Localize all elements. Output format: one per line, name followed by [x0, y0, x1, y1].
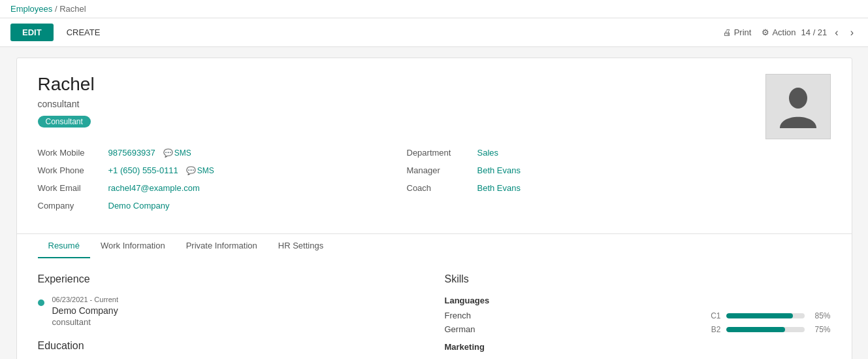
- manager-row: Manager Beth Evans: [407, 163, 750, 177]
- printer-icon: 🖨: [723, 27, 731, 37]
- timeline-dot: [38, 299, 44, 306]
- skill-level-french: C1: [707, 311, 721, 320]
- prev-record-button[interactable]: ‹: [831, 26, 842, 40]
- department-row: Department Sales: [407, 146, 750, 160]
- employee-job-title: consultant: [38, 99, 750, 109]
- sms-mobile-link[interactable]: 💬 SMS: [163, 148, 191, 158]
- education-title: Education: [38, 340, 424, 352]
- work-email-row: Work Email rachel47@example.com: [38, 181, 381, 195]
- tabs-bar: Resumé Work Information Private Informat…: [17, 233, 852, 258]
- skill-name-french: French: [445, 311, 701, 320]
- work-mobile-label: Work Mobile: [38, 148, 103, 158]
- skill-row-german: German B2 75%: [445, 324, 831, 334]
- toolbar-center-actions: 🖨 Print ⚙ Action: [723, 27, 796, 37]
- breadcrumb-parent[interactable]: Employees: [10, 4, 52, 14]
- employee-info: Rachel consultant Consultant Work Mobile…: [38, 74, 750, 213]
- chat-icon-2: 💬: [186, 166, 196, 175]
- manager-value: Beth Evans: [477, 165, 521, 175]
- employee-tag: Consultant: [38, 116, 91, 128]
- work-email-label: Work Email: [38, 183, 103, 193]
- avatar-silhouette: [779, 84, 818, 129]
- coach-label: Coach: [407, 183, 472, 193]
- manager-label: Manager: [407, 165, 472, 175]
- avatar: [765, 74, 831, 139]
- company-value: Demo Company: [108, 201, 170, 211]
- create-button[interactable]: CREATE: [59, 24, 108, 41]
- experience-item-0: 06/23/2021 - Current Demo Company consul…: [38, 296, 424, 327]
- skill-category-languages: Languages: [445, 296, 831, 305]
- skill-bar-fill-french: [726, 313, 793, 318]
- resume-left: Experience 06/23/2021 - Current Demo Com…: [38, 273, 424, 359]
- skill-bar-bg-french: [726, 313, 805, 318]
- edit-button[interactable]: EDIT: [10, 24, 54, 41]
- tab-hr-settings[interactable]: HR Settings: [268, 234, 334, 258]
- employee-header: Rachel consultant Consultant Work Mobile…: [17, 58, 852, 223]
- company-row: Company Demo Company: [38, 199, 381, 213]
- experience-details: 06/23/2021 - Current Demo Company consul…: [52, 296, 119, 327]
- nav-count: 14 / 21: [801, 27, 828, 37]
- breadcrumb-separator: /: [55, 4, 57, 14]
- skill-pct-french: 85%: [810, 311, 831, 320]
- coach-value: Beth Evans: [477, 183, 521, 193]
- gear-icon: ⚙: [762, 27, 769, 37]
- coach-row: Coach Beth Evans: [407, 181, 750, 195]
- skill-category-marketing: Marketing: [445, 342, 831, 352]
- tab-resume[interactable]: Resumé: [38, 234, 90, 258]
- print-link[interactable]: 🖨 Print: [723, 27, 752, 37]
- experience-company: Demo Company: [52, 305, 119, 316]
- toolbar: EDIT CREATE 🖨 Print ⚙ Action 14 / 21 ‹ ›: [0, 18, 868, 47]
- tab-private-information[interactable]: Private Information: [176, 234, 268, 258]
- skill-row-french: French C1 85%: [445, 311, 831, 320]
- breadcrumb: Employees / Rachel: [0, 0, 868, 18]
- experience-role: consultant: [52, 317, 119, 327]
- resume-right: Skills Languages French C1 85% German B2…: [445, 273, 831, 359]
- skill-level-german: B2: [707, 325, 721, 334]
- record-nav: 14 / 21 ‹ ›: [801, 26, 858, 40]
- work-phone-row: Work Phone +1 (650) 555-0111 💬 SMS: [38, 163, 381, 177]
- skill-pct-german: 75%: [810, 325, 831, 334]
- contact-grid: Work Mobile 9875693937 💬 SMS Department …: [38, 146, 750, 213]
- tab-content-resume: Experience 06/23/2021 - Current Demo Com…: [17, 258, 852, 359]
- work-mobile-value: 9875693937: [108, 148, 155, 158]
- employee-name: Rachel: [38, 74, 750, 95]
- experience-date: 06/23/2021 - Current: [52, 296, 119, 303]
- skills-title: Skills: [445, 273, 831, 285]
- department-value: Sales: [477, 148, 499, 158]
- breadcrumb-current: Rachel: [59, 4, 86, 14]
- skill-bar-fill-german: [726, 327, 785, 332]
- employee-card: Rachel consultant Consultant Work Mobile…: [16, 58, 852, 359]
- work-phone-value: +1 (650) 555-0111: [108, 165, 178, 175]
- work-mobile-row: Work Mobile 9875693937 💬 SMS: [38, 146, 381, 160]
- tab-work-information[interactable]: Work Information: [90, 234, 176, 258]
- skill-name-german: German: [445, 324, 701, 334]
- experience-title: Experience: [38, 273, 424, 285]
- department-label: Department: [407, 148, 472, 158]
- skill-bar-bg-german: [726, 327, 805, 332]
- sms-phone-link[interactable]: 💬 SMS: [186, 166, 214, 175]
- work-phone-label: Work Phone: [38, 165, 103, 175]
- svg-point-0: [789, 88, 807, 109]
- chat-icon: 💬: [163, 148, 173, 158]
- work-email-value: rachel47@example.com: [108, 183, 200, 193]
- action-link[interactable]: ⚙ Action: [762, 27, 796, 37]
- company-label: Company: [38, 201, 103, 211]
- next-record-button[interactable]: ›: [846, 26, 858, 40]
